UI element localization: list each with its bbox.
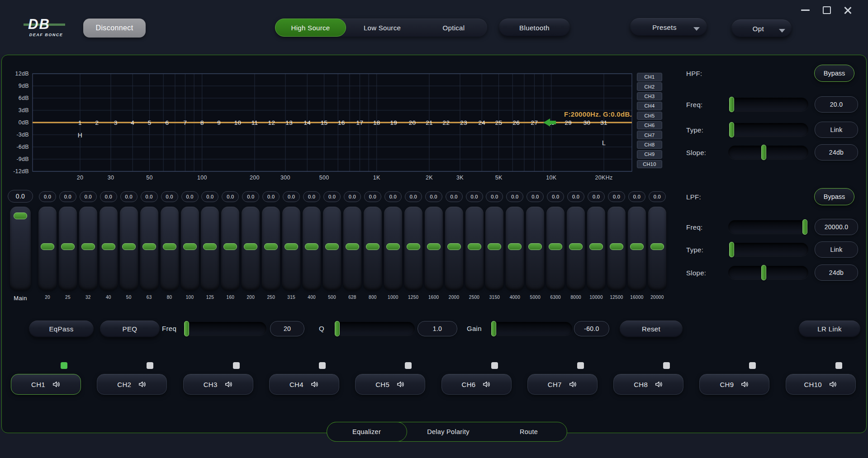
band-gain-value[interactable]: 0.0 — [242, 191, 259, 202]
channel-button-ch6[interactable]: CH6 — [441, 374, 512, 395]
hpf-freq-value[interactable]: 20.0 — [815, 96, 858, 113]
tab-low-source[interactable]: Low Source — [348, 19, 416, 37]
channel-indicator-ch4[interactable] — [319, 362, 326, 369]
band-fader-6300[interactable] — [546, 207, 564, 290]
fader-handle[interactable] — [203, 243, 217, 250]
band-fader-1000[interactable] — [384, 207, 402, 290]
peq-gain-slider-handle[interactable] — [491, 321, 496, 336]
lpf-type-slider[interactable] — [728, 243, 808, 256]
band-gain-value[interactable]: 0.0 — [384, 191, 402, 202]
band-fader-4000[interactable] — [506, 207, 524, 290]
band-fader-628[interactable] — [343, 207, 361, 290]
band-fader-200[interactable] — [242, 207, 260, 290]
hpf-freq-slider-handle[interactable] — [729, 97, 734, 112]
lpf-freq-slider-handle[interactable] — [802, 219, 807, 235]
fader-handle[interactable] — [468, 243, 481, 250]
band-gain-value[interactable]: 0.0 — [405, 191, 422, 202]
band-gain-value[interactable]: 0.0 — [364, 191, 381, 202]
graph-channel-ch9[interactable]: CH9 — [637, 150, 662, 159]
graph-channel-ch7[interactable]: CH7 — [637, 131, 662, 139]
fader-handle[interactable] — [407, 243, 420, 250]
fader-handle[interactable] — [528, 243, 542, 250]
band-fader-16000[interactable] — [628, 207, 646, 290]
peq-freq-slider-handle[interactable] — [184, 321, 189, 336]
fader-handle[interactable] — [102, 243, 115, 250]
minimize-icon[interactable] — [801, 9, 810, 11]
fader-handle[interactable] — [142, 243, 156, 250]
band-fader-10000[interactable] — [587, 207, 605, 290]
hpf-type-slider[interactable] — [728, 123, 808, 137]
peq-freq-slider[interactable] — [183, 322, 266, 335]
channel-indicator-ch5[interactable] — [405, 362, 412, 369]
band-gain-value[interactable]: 0.0 — [628, 191, 645, 202]
channel-button-ch7[interactable]: CH7 — [527, 374, 598, 395]
band-fader-20[interactable] — [38, 207, 57, 290]
tab-high-source[interactable]: High Source — [275, 19, 346, 37]
fader-handle[interactable] — [610, 243, 623, 250]
band-gain-value[interactable]: 0.0 — [649, 191, 666, 202]
graph-channel-ch1[interactable]: CH1 — [637, 73, 662, 81]
channel-button-ch5[interactable]: CH5 — [355, 374, 425, 395]
fader-handle[interactable] — [325, 243, 339, 250]
tab-equalizer[interactable]: Equalizer — [327, 422, 407, 442]
band-gain-value[interactable]: 0.0 — [39, 191, 56, 202]
channel-button-ch4[interactable]: CH4 — [269, 374, 339, 395]
band-gain-value[interactable]: 0.0 — [181, 191, 199, 202]
lpf-slope-slider[interactable] — [728, 266, 808, 279]
fader-handle[interactable] — [285, 243, 298, 250]
band-gain-value[interactable]: 0.0 — [80, 191, 97, 202]
band-fader-1250[interactable] — [404, 207, 422, 290]
hpf-type-value[interactable]: Link — [815, 122, 858, 138]
fader-handle[interactable] — [41, 243, 54, 250]
channel-button-ch8[interactable]: CH8 — [613, 374, 683, 395]
channel-indicator-ch8[interactable] — [663, 362, 670, 369]
fader-handle[interactable] — [346, 243, 359, 250]
lpf-slope-slider-handle[interactable] — [761, 265, 766, 280]
band-fader-40[interactable] — [100, 207, 118, 290]
graph-channel-ch3[interactable]: CH3 — [637, 92, 662, 101]
band-gain-value[interactable]: 0.0 — [486, 191, 503, 202]
band-fader-50[interactable] — [120, 207, 138, 290]
fader-handle[interactable] — [549, 243, 562, 250]
band-fader-250[interactable] — [262, 207, 280, 290]
close-icon[interactable] — [843, 6, 852, 15]
band-gain-value[interactable]: 0.0 — [588, 191, 605, 202]
band-gain-value[interactable]: 0.0 — [608, 191, 625, 202]
band-gain-value[interactable]: 0.0 — [466, 191, 483, 202]
band-gain-value[interactable]: 0.0 — [344, 191, 361, 202]
band-gain-value[interactable]: 0.0 — [323, 191, 341, 202]
tab-optical[interactable]: Optical — [420, 19, 488, 37]
tab-route[interactable]: Route — [490, 422, 568, 441]
reset-button[interactable]: Reset — [620, 321, 683, 337]
band-fader-8000[interactable] — [567, 207, 585, 290]
band-fader-500[interactable] — [323, 207, 341, 290]
hpf-type-slider-handle[interactable] — [729, 122, 734, 137]
band-gain-value[interactable]: 0.0 — [506, 191, 523, 202]
channel-button-ch2[interactable]: CH2 — [97, 374, 167, 395]
peq-freq-value[interactable]: 20 — [270, 321, 304, 336]
band-fader-12500[interactable] — [607, 207, 626, 290]
channel-button-ch9[interactable]: CH9 — [699, 374, 769, 395]
lpf-type-slider-handle[interactable] — [729, 242, 734, 257]
fader-handle[interactable] — [569, 243, 583, 250]
hpf-freq-slider[interactable] — [728, 98, 808, 111]
fader-handle[interactable] — [264, 243, 278, 250]
band-gain-value[interactable]: 0.0 — [222, 191, 239, 202]
lpf-freq-slider[interactable] — [728, 220, 808, 234]
fader-handle[interactable] — [630, 243, 644, 250]
channel-button-ch1[interactable]: CH1 — [11, 374, 81, 395]
channel-button-ch10[interactable]: CH10 — [786, 374, 856, 395]
main-gain-value[interactable]: 0.0 — [8, 190, 33, 203]
band-fader-100[interactable] — [181, 207, 199, 290]
band-fader-32[interactable] — [79, 207, 97, 290]
eqpass-button[interactable]: EqPass — [29, 321, 94, 337]
channel-indicator-ch3[interactable] — [233, 362, 240, 369]
fader-handle[interactable] — [650, 243, 664, 250]
fader-handle[interactable] — [305, 243, 318, 250]
fader-handle[interactable] — [589, 243, 603, 250]
fader-handle[interactable] — [386, 243, 400, 250]
band-fader-5000[interactable] — [526, 207, 544, 290]
band-fader-25[interactable] — [59, 207, 77, 290]
lpf-type-value[interactable]: Link — [815, 241, 858, 258]
fader-handle[interactable] — [366, 243, 379, 250]
